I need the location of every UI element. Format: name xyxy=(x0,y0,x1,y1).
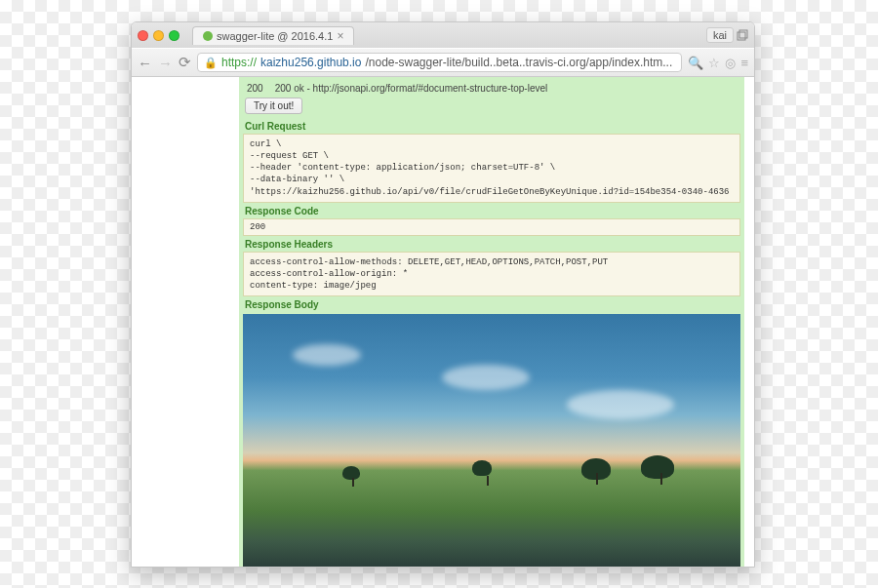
response-body-label: Response Body xyxy=(245,299,740,310)
toolbar-right: 🔍 ☆ ◎ ≡ xyxy=(688,56,748,70)
swagger-panel: 200 200 ok - http://jsonapi.org/format/#… xyxy=(239,77,744,567)
response-headers-label: Response Headers xyxy=(245,239,740,250)
svg-rect-1 xyxy=(739,30,747,38)
close-window-button[interactable] xyxy=(138,30,148,41)
favicon-icon xyxy=(203,31,213,41)
browser-tab[interactable]: swagger-lite @ 2016.4.1 × xyxy=(192,26,354,45)
response-body-image xyxy=(243,314,740,567)
status-row: 200 200 ok - http://jsonapi.org/format/#… xyxy=(243,81,740,96)
status-code: 200 xyxy=(247,83,263,94)
url-protocol: https:// xyxy=(221,56,257,69)
toolbar: ← → ⟳ 🔒 https://kaizhu256.github.io/node… xyxy=(132,48,754,77)
reload-button[interactable]: ⟳ xyxy=(179,54,191,71)
minimize-window-button[interactable] xyxy=(153,30,164,41)
bookmark-icon[interactable]: ☆ xyxy=(708,56,720,70)
viewport: 200 200 ok - http://jsonapi.org/format/#… xyxy=(132,77,754,567)
search-icon[interactable]: 🔍 xyxy=(688,56,703,70)
extension-icon[interactable]: ◎ xyxy=(725,56,736,70)
forward-button: → xyxy=(158,55,173,71)
profile-button[interactable]: kai xyxy=(706,27,734,43)
maximize-window-button[interactable] xyxy=(169,30,180,41)
url-path: /node-swagger-lite/build..beta..travis-c… xyxy=(365,56,672,69)
curl-label: Curl Request xyxy=(245,121,740,132)
url-domain: kaizhu256.github.io xyxy=(260,56,361,69)
response-code-box: 200 xyxy=(243,218,740,236)
response-headers-box: access-control-allow-methods: DELETE,GET… xyxy=(243,252,740,296)
svg-rect-0 xyxy=(738,32,745,40)
try-it-out-button[interactable]: Try it out! xyxy=(245,98,302,114)
restore-window-icon[interactable] xyxy=(737,29,748,41)
status-text: 200 ok - http://jsonapi.org/format/#docu… xyxy=(275,83,548,94)
tab-title: swagger-lite @ 2016.4.1 xyxy=(217,30,333,42)
menu-icon[interactable]: ≡ xyxy=(740,56,748,70)
response-code-label: Response Code xyxy=(245,206,740,216)
lock-icon: 🔒 xyxy=(204,57,218,69)
address-bar[interactable]: 🔒 https://kaizhu256.github.io/node-swagg… xyxy=(197,53,682,72)
browser-window: swagger-lite @ 2016.4.1 × kai ← → ⟳ 🔒 ht… xyxy=(131,21,755,568)
close-tab-button[interactable]: × xyxy=(337,29,343,43)
curl-request-box: curl \ --request GET \ --header 'content… xyxy=(243,134,740,203)
back-button[interactable]: ← xyxy=(138,55,152,71)
tab-bar: swagger-lite @ 2016.4.1 × kai xyxy=(132,22,754,48)
